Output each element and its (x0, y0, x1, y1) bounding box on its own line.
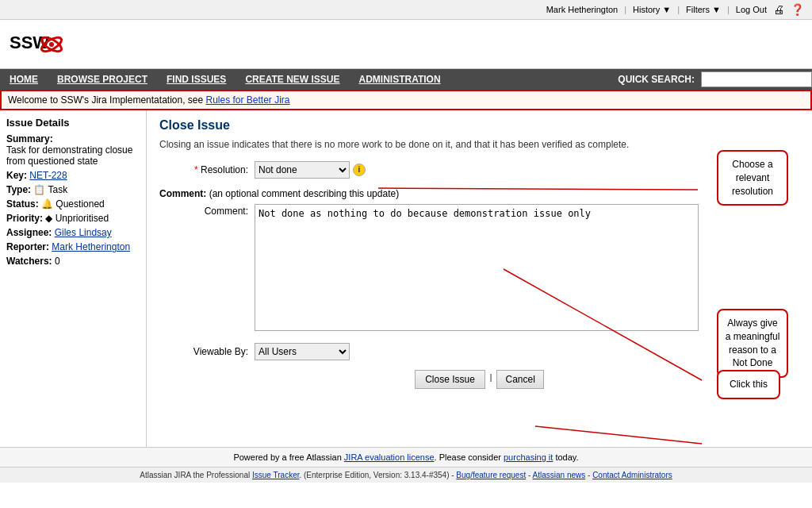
button-row: Close Issue | Cancel (159, 370, 799, 389)
welcome-bar: Welcome to SSW's Jira Implementatation, … (0, 90, 812, 110)
resolution-select[interactable]: Not done Fixed Won't Fix Duplicate Incom… (255, 161, 350, 179)
footer-top: Powered by a free Atlassian JIRA evaluat… (0, 447, 812, 467)
filters-menu[interactable]: Filters ▼ (686, 5, 721, 14)
quick-search-input[interactable] (701, 71, 812, 87)
sidebar-watchers-row: Watchers: 0 (6, 256, 140, 267)
callout-meaningful: Always give a meaningful reason to a Not… (717, 309, 788, 378)
atlassian-news-link[interactable]: Atlassian news (533, 471, 586, 479)
type-icon: 📋 (33, 184, 45, 195)
top-bar: Mark Hetherington | History ▼ | Filters … (0, 0, 812, 20)
status-label: Status: (6, 198, 39, 210)
content-area: Close Issue Closing an issue indicates t… (147, 110, 812, 447)
resolution-info-icon[interactable]: i (353, 164, 366, 176)
sidebar-assignee-row: Assignee: Giles Lindsay (6, 227, 140, 238)
summary-label: Summary: (6, 133, 53, 144)
callout-resolution: Choose a relevant resolution (717, 150, 788, 206)
callout-click: Click this (717, 370, 780, 399)
close-issue-desc: Closing an issue indicates that there is… (159, 139, 799, 150)
assignee-label: Assignee: (6, 227, 52, 238)
nav-find-issues[interactable]: FIND ISSUES (157, 69, 236, 90)
cancel-button[interactable]: Cancel (496, 370, 543, 389)
nav-bar: HOME BROWSE PROJECT FIND ISSUES CREATE N… (0, 69, 812, 90)
sidebar-priority-row: Priority: ◆ Unprioritised (6, 213, 140, 224)
summary-value: Task for demonstrating closue from quest… (6, 144, 132, 167)
close-issue-button[interactable]: Close Issue (415, 370, 485, 389)
nav-browse-project[interactable]: BROWSE PROJECT (48, 69, 157, 90)
svg-point-3 (49, 42, 54, 47)
status-icon: 🔔 (41, 198, 53, 210)
comment-header: Comment: (an optional comment describing… (159, 188, 799, 199)
ssw-logo: SSW (8, 25, 63, 64)
purchasing-link[interactable]: purchasing it (504, 452, 553, 462)
key-label: Key: (6, 170, 27, 181)
comment-row: Comment: (159, 204, 799, 333)
comment-label: Comment: (159, 204, 255, 333)
reporter-value-link[interactable]: Mark Hetherington (52, 241, 130, 252)
issue-tracker-link[interactable]: Issue Tracker (252, 471, 299, 479)
watchers-label: Watchers: (6, 256, 52, 267)
viewable-label: Viewable By: (159, 346, 255, 357)
sidebar-reporter-row: Reporter: Mark Hetherington (6, 241, 140, 252)
logout-link[interactable]: Log Out (736, 5, 767, 14)
sidebar: Issue Details Summary: Task for demonstr… (0, 110, 147, 447)
main-container: Issue Details Summary: Task for demonstr… (0, 110, 812, 447)
nav-home[interactable]: HOME (0, 69, 48, 90)
logo-area: SSW (0, 20, 812, 69)
nav-create-new-issue[interactable]: CREATE NEW ISSUE (236, 69, 349, 90)
nav-administration[interactable]: ADMINISTRATION (350, 69, 450, 90)
rules-link[interactable]: Rules for Better Jira (206, 94, 290, 106)
priority-value: Unprioritised (56, 213, 109, 224)
resolution-row: * Resolution: Not done Fixed Won't Fix D… (159, 161, 799, 179)
resolution-label: * Resolution: (159, 164, 255, 175)
footer-bottom: Atlassian JIRA the Professional Issue Tr… (0, 467, 812, 483)
quick-search-label: QUICK SEARCH: (611, 69, 701, 90)
type-label: Type: (6, 184, 31, 195)
priority-label: Priority: (6, 213, 43, 224)
viewable-row: Viewable By: All Users Project Users Dev… (159, 343, 799, 360)
comment-section: Comment: (an optional comment describing… (159, 188, 799, 333)
sidebar-summary-row: Summary: Task for demonstrating closue f… (6, 133, 140, 167)
close-issue-title: Close Issue (159, 118, 799, 133)
key-value-link[interactable]: NET-228 (29, 170, 67, 181)
jira-license-link[interactable]: JIRA evaluation license (344, 452, 435, 462)
comment-textarea[interactable] (255, 204, 699, 331)
history-menu[interactable]: History ▼ (633, 5, 671, 14)
contact-admin-link[interactable]: Contact Administrators (592, 471, 672, 479)
status-value: Questioned (56, 198, 104, 210)
sidebar-key-row: Key: NET-228 (6, 170, 140, 181)
type-value: Task (48, 184, 68, 195)
priority-icon: ◆ (45, 213, 52, 224)
textarea-wrapper (255, 204, 699, 333)
bug-request-link[interactable]: Bug/feature request (456, 471, 526, 479)
svg-line-6 (535, 426, 702, 444)
viewable-select[interactable]: All Users Project Users Developers (255, 343, 350, 360)
reporter-label: Reporter: (6, 241, 49, 252)
sidebar-type-row: Type: 📋 Task (6, 184, 140, 195)
assignee-value-link[interactable]: Giles Lindsay (55, 227, 112, 238)
help-icon[interactable]: ❓ (791, 3, 804, 16)
sidebar-title: Issue Details (6, 117, 140, 129)
sidebar-status-row: Status: 🔔 Questioned (6, 198, 140, 210)
watchers-value: 0 (55, 256, 60, 267)
printer-icon[interactable]: 🖨 (773, 3, 784, 16)
username: Mark Hetherington (546, 5, 619, 14)
